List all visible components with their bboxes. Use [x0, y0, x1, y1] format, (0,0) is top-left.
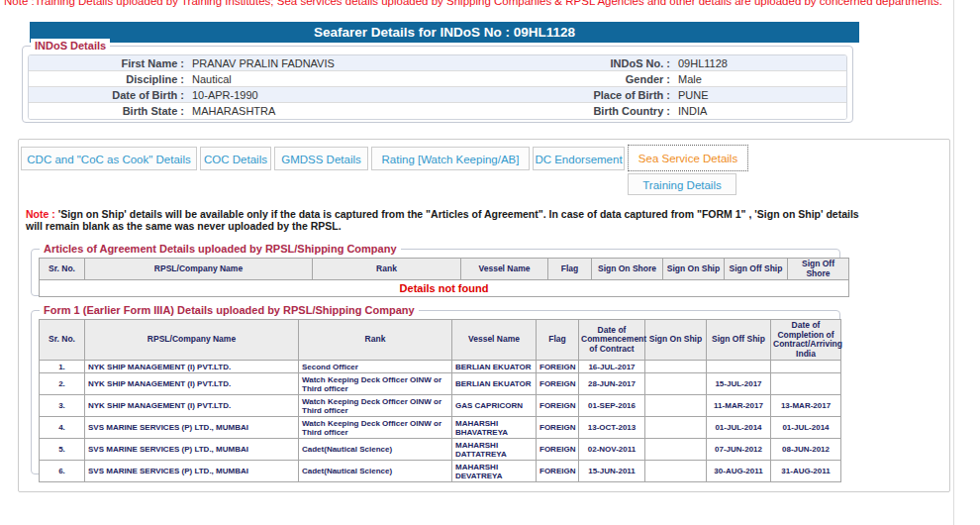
- cell-completion: 01-JUL-2014: [771, 417, 841, 439]
- indos-row: Birth State : MAHARASHTRA Birth Country …: [29, 103, 846, 119]
- table-row: 5. SVS MARINE SERVICES (P) LTD., MUMBAI …: [40, 439, 841, 461]
- field-label-place-of-birth: Place of Birth :: [530, 87, 678, 102]
- cell-commencement: 15-JUN-2011: [579, 461, 645, 482]
- field-value-indos-no: 09HL1128: [678, 55, 846, 70]
- articles-header-row: Sr. No. RPSL/Company Name Rank Vessel Na…: [40, 259, 849, 280]
- table-row: 2. NYK SHIP MANAGEMENT (I) PVT.LTD. Watc…: [40, 373, 841, 395]
- tab-dc-endorsement[interactable]: DC Endorsement: [533, 147, 625, 170]
- cell-sign-off-ship: 15-JUL-2017: [707, 373, 771, 395]
- field-label-gender: Gender :: [530, 71, 678, 86]
- note-prefix: Note :: [26, 208, 58, 220]
- cell-flag: FOREIGN: [537, 373, 579, 395]
- cell-vessel: BERLIAN EKUATOR: [452, 373, 537, 395]
- articles-table-wrap: Sr. No. RPSL/Company Name Rank Vessel Na…: [39, 258, 838, 297]
- form1-header-row: Sr. No. RPSL/Company Name Rank Vessel Na…: [40, 320, 841, 361]
- table-row: 4. SVS MARINE SERVICES (P) LTD., MUMBAI …: [40, 417, 841, 439]
- cell-rank: Watch Keeping Deck Officer OINW or Third…: [299, 395, 452, 417]
- articles-of-agreement-fieldset: Articles of Agreement Details uploaded b…: [31, 249, 840, 296]
- table-row: 3. NYK SHIP MANAGEMENT (I) PVT.LTD. Watc…: [40, 395, 841, 417]
- cell-flag: FOREIGN: [537, 395, 579, 417]
- articles-empty-row: Details not found: [40, 280, 849, 297]
- cell-sign-on-ship: [645, 361, 707, 373]
- field-label-indos-no: INDoS No. :: [530, 55, 678, 70]
- form1-details-fieldset: Form 1 (Earlier Form IIIA) Details uploa…: [31, 310, 840, 474]
- cell-flag: FOREIGN: [537, 417, 579, 439]
- cell-vessel: GAS CAPRICORN: [452, 395, 537, 417]
- cell-sign-on-ship: [645, 373, 707, 395]
- field-value-first-name: PRANAV PRALIN FADNAVIS: [192, 55, 530, 70]
- cell-rank: Cadet(Nautical Science): [299, 461, 452, 482]
- cell-rank: Second Officer: [299, 361, 452, 373]
- cell-sign-on-ship: [645, 417, 707, 439]
- col-sign-off-ship: Sign Off Ship: [707, 320, 771, 361]
- cell-sr: 3.: [40, 395, 85, 417]
- cell-rank: Cadet(Nautical Science): [299, 439, 452, 461]
- indos-row: First Name : PRANAV PRALIN FADNAVIS INDo…: [29, 55, 846, 71]
- cell-vessel: MAHARSHI DATTATREYA: [452, 439, 537, 461]
- cell-sign-off-ship: 11-MAR-2017: [707, 395, 771, 417]
- cell-vessel: MAHARSHI BHAVATREYA: [452, 417, 537, 439]
- cell-company: SVS MARINE SERVICES (P) LTD., MUMBAI: [85, 439, 299, 461]
- cell-company: SVS MARINE SERVICES (P) LTD., MUMBAI: [85, 461, 299, 482]
- field-value-birth-country: INDIA: [678, 103, 846, 119]
- field-value-place-of-birth: PUNE: [678, 87, 846, 102]
- cell-company: NYK SHIP MANAGEMENT (I) PVT.LTD.: [85, 373, 299, 395]
- col-rank: Rank: [299, 320, 452, 361]
- col-sign-off-shore: Sign Off Shore: [788, 259, 849, 280]
- col-sign-on-ship: Sign On Ship: [645, 320, 707, 361]
- cell-sign-on-ship: [645, 461, 707, 482]
- cell-sign-off-ship: [707, 361, 771, 373]
- indos-row: Date of Birth : 10-APR-1990 Place of Bir…: [29, 87, 846, 103]
- cell-sign-off-ship: 07-JUN-2012: [707, 439, 771, 461]
- seafarer-details-panel: CDC and "CoC as Cook" Details COC Detail…: [18, 139, 950, 492]
- col-vessel: Vessel Name: [452, 320, 537, 361]
- cell-commencement: 13-OCT-2013: [579, 417, 645, 439]
- cell-commencement: 01-SEP-2016: [579, 395, 645, 417]
- table-row: 6. SVS MARINE SERVICES (P) LTD., MUMBAI …: [40, 461, 841, 482]
- sign-on-ship-note: Note : 'Sign on Ship' details will be av…: [26, 209, 861, 232]
- col-flag: Flag: [548, 259, 592, 280]
- page-right-edge-divider: [953, 0, 954, 525]
- cell-sr: 4.: [40, 417, 85, 439]
- cell-flag: FOREIGN: [537, 439, 579, 461]
- field-label-date-of-birth: Date of Birth :: [29, 87, 192, 102]
- field-label-birth-country: Birth Country :: [530, 103, 678, 119]
- tab-sea-service[interactable]: Sea Service Details: [628, 145, 748, 171]
- col-completion: Date of Completion of Contract/Arriving …: [771, 320, 841, 361]
- cell-flag: FOREIGN: [537, 461, 579, 482]
- indos-row: Discipline : Nautical Gender : Male: [29, 71, 846, 87]
- field-value-gender: Male: [678, 71, 846, 86]
- col-vessel: Vessel Name: [461, 259, 548, 280]
- cell-sign-on-ship: [645, 395, 707, 417]
- tab-rating-watchkeeping[interactable]: Rating [Watch Keeping/AB]: [371, 147, 530, 170]
- field-value-birth-state: MAHARASHTRA: [192, 103, 530, 119]
- cell-completion: 08-JUN-2012: [771, 439, 841, 461]
- field-label-birth-state: Birth State :: [29, 103, 192, 119]
- cell-sign-on-ship: [645, 439, 707, 461]
- articles-legend: Articles of Agreement Details uploaded b…: [40, 242, 401, 256]
- cell-completion: 13-MAR-2017: [771, 395, 841, 417]
- indos-details-fieldset: INDoS Details First Name : PRANAV PRALIN…: [22, 46, 853, 123]
- cell-sr: 5.: [40, 439, 85, 461]
- tab-training[interactable]: Training Details: [628, 173, 736, 195]
- col-flag: Flag: [537, 320, 579, 361]
- tab-gmdss[interactable]: GMDSS Details: [274, 147, 368, 170]
- cell-rank: Watch Keeping Deck Officer OINW or Third…: [299, 373, 452, 395]
- cell-company: NYK SHIP MANAGEMENT (I) PVT.LTD.: [85, 361, 299, 373]
- table-row: 1. NYK SHIP MANAGEMENT (I) PVT.LTD. Seco…: [40, 361, 841, 373]
- cell-commencement: 28-JUN-2017: [579, 373, 645, 395]
- indos-details-legend: INDoS Details: [31, 39, 110, 52]
- cell-vessel: BERLIAN EKUATOR: [452, 361, 537, 373]
- col-sign-on-shore: Sign On Shore: [592, 259, 663, 280]
- cell-sr: 6.: [40, 461, 85, 482]
- indos-details-grid: First Name : PRANAV PRALIN FADNAVIS INDo…: [28, 54, 847, 120]
- cell-sign-off-ship: 30-AUG-2011: [707, 461, 771, 482]
- col-rank: Rank: [313, 259, 461, 280]
- tab-cdc-coc-cook[interactable]: CDC and "CoC as Cook" Details: [21, 147, 197, 170]
- articles-table: Sr. No. RPSL/Company Name Rank Vessel Na…: [39, 258, 849, 297]
- cell-rank: Watch Keeping Deck Officer OINW or Third…: [299, 417, 452, 439]
- field-value-date-of-birth: 10-APR-1990: [192, 87, 530, 102]
- col-commencement: Date of Commencement of Contract: [579, 320, 645, 361]
- field-label-first-name: First Name :: [29, 55, 192, 70]
- tab-coc[interactable]: COC Details: [200, 147, 271, 170]
